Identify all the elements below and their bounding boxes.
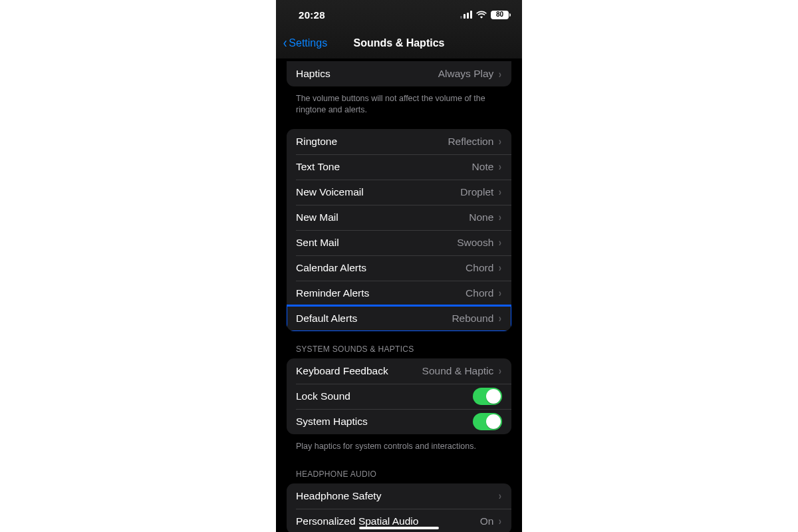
status-bar: 20:28 (276, 0, 522, 29)
chevron-right-icon: › (499, 136, 501, 147)
group-headphone: Headphone Safety › Personalized Spatial … (287, 483, 511, 532)
row-value: Reflection (448, 136, 493, 148)
row-label: Default Alerts (296, 313, 357, 325)
chevron-right-icon: › (499, 490, 501, 501)
group-haptics: Haptics Always Play › (287, 61, 511, 86)
svg-rect-2 (467, 13, 469, 19)
row-value: Chord (466, 287, 493, 299)
row-label: Keyboard Feedback (296, 365, 388, 377)
row-value: Always Play (438, 68, 494, 80)
home-indicator[interactable] (359, 527, 439, 529)
battery-percent: 80 (496, 11, 503, 18)
status-right-cluster: 80 (460, 11, 509, 19)
row-label: Haptics (296, 68, 331, 80)
row-value: Droplet (460, 186, 493, 198)
iphone-screen: 20:28 (276, 0, 522, 532)
chevron-right-icon: › (499, 262, 501, 273)
chevron-right-icon: › (499, 186, 501, 198)
canvas: 20:28 (0, 0, 798, 532)
nav-header: ‹ Settings Sounds & Haptics (276, 30, 522, 57)
row-label: New Mail (296, 211, 338, 223)
row-label: Text Tone (296, 161, 340, 173)
system-footer-note: Play haptics for system controls and int… (276, 437, 522, 452)
back-button[interactable]: ‹ Settings (280, 30, 327, 57)
chevron-right-icon: › (499, 68, 501, 80)
wifi-icon (476, 11, 487, 19)
lock-sound-toggle[interactable] (473, 388, 502, 405)
chevron-left-icon: ‹ (283, 36, 287, 51)
chevron-right-icon: › (499, 237, 501, 248)
row-lock-sound[interactable]: Lock Sound (287, 384, 511, 409)
row-value: Rebound (452, 313, 493, 325)
row-calendar-alerts[interactable]: Calendar Alerts Chord › (287, 255, 511, 281)
row-label: Headphone Safety (296, 490, 381, 502)
row-label: Calendar Alerts (296, 262, 366, 274)
row-headphone-safety[interactable]: Headphone Safety › (287, 483, 511, 509)
cellular-signal-icon (460, 11, 472, 19)
svg-rect-3 (470, 11, 472, 19)
row-reminder-alerts[interactable]: Reminder Alerts Chord › (287, 281, 511, 306)
volume-footer-note: The volume buttons will not affect the v… (276, 89, 522, 116)
chevron-right-icon: › (499, 313, 501, 324)
row-sent-mail[interactable]: Sent Mail Swoosh › (287, 230, 511, 255)
row-text-tone[interactable]: Text Tone Note › (287, 154, 511, 180)
page-title: Sounds & Haptics (354, 37, 445, 49)
section-header-system: SYSTEM SOUNDS & HAPTICS (276, 340, 522, 358)
back-label: Settings (289, 37, 327, 49)
row-value: Chord (466, 262, 493, 274)
row-keyboard-feedback[interactable]: Keyboard Feedback Sound & Haptic › (287, 358, 511, 384)
row-label: System Haptics (296, 416, 368, 428)
chevron-right-icon: › (499, 211, 501, 223)
row-haptics[interactable]: Haptics Always Play › (287, 61, 511, 86)
row-default-alerts[interactable]: Default Alerts Rebound › (287, 306, 511, 331)
system-haptics-toggle[interactable] (473, 413, 502, 430)
chevron-right-icon: › (499, 365, 501, 376)
settings-scroll[interactable]: Haptics Always Play › The volume buttons… (276, 59, 522, 532)
row-label: New Voicemail (296, 186, 364, 198)
row-system-haptics[interactable]: System Haptics (287, 409, 511, 434)
row-label: Personalized Spatial Audio (296, 515, 418, 527)
svg-rect-0 (460, 16, 462, 19)
row-value: Swoosh (457, 237, 493, 249)
row-value: On (480, 515, 494, 527)
section-header-headphone: HEADPHONE AUDIO (276, 466, 522, 483)
row-value: Note (472, 161, 494, 173)
group-sounds: Ringtone Reflection › Text Tone Note › N… (287, 129, 511, 331)
chevron-right-icon: › (499, 161, 501, 172)
row-label: Ringtone (296, 136, 337, 148)
chevron-right-icon: › (499, 515, 501, 527)
row-label: Reminder Alerts (296, 287, 369, 299)
row-value: Sound & Haptic (422, 365, 494, 377)
row-new-mail[interactable]: New Mail None › (287, 205, 511, 230)
row-ringtone[interactable]: Ringtone Reflection › (287, 129, 511, 154)
row-value: None (469, 211, 493, 223)
row-label: Sent Mail (296, 237, 339, 249)
group-system: Keyboard Feedback Sound & Haptic › Lock … (287, 358, 511, 434)
battery-icon: 80 (491, 11, 509, 19)
svg-rect-1 (464, 14, 466, 19)
row-new-voicemail[interactable]: New Voicemail Droplet › (287, 180, 511, 205)
status-time: 20:28 (299, 9, 325, 21)
chevron-right-icon: › (499, 287, 501, 299)
row-label: Lock Sound (296, 390, 350, 402)
